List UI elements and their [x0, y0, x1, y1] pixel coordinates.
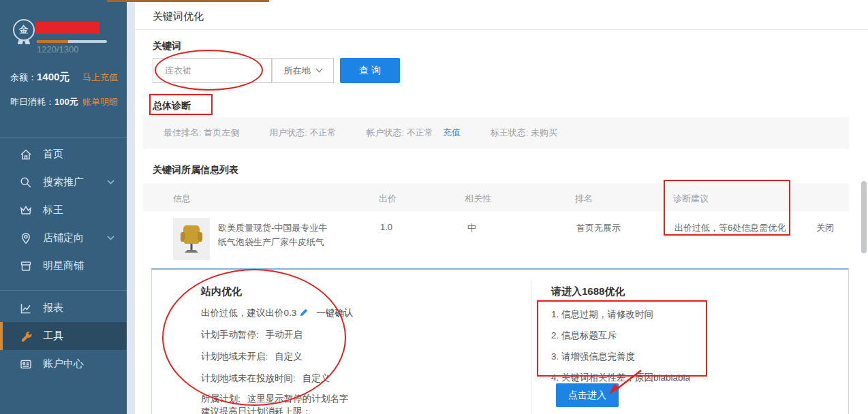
- onsite-line-region: 计划地域未开启:自定义: [201, 351, 303, 363]
- sidebar-item-star-shop[interactable]: 明星商铺: [0, 252, 127, 280]
- query-button[interactable]: 查 询: [340, 58, 400, 83]
- product-title[interactable]: 欧美质量现货-中国最专业牛纸气泡袋生产厂家牛皮纸气: [218, 221, 347, 249]
- sidebar-item-label: 账户中心: [43, 357, 84, 370]
- orange-annotation-line: [107, 0, 269, 2]
- sidebar-divider: [0, 137, 127, 138]
- col-bid: 出价: [379, 193, 397, 205]
- title-divider: [135, 29, 868, 30]
- onsite-bid-line: 出价过低，建议出价0.3一键确认: [201, 307, 353, 319]
- page-title: 关键词优化: [153, 10, 204, 23]
- sidebar-item-tools[interactable]: 工具: [0, 322, 127, 350]
- onsite-line-pause: 计划手动暂停:手动开启: [201, 329, 303, 341]
- chair-image: [178, 223, 205, 255]
- chevron-down-icon: [315, 68, 323, 73]
- optimization-panel: [151, 268, 849, 414]
- rank-value: 首页无展示: [576, 222, 621, 234]
- balance-text: 余额：1400元: [10, 71, 69, 84]
- chevron-down-icon: [107, 236, 114, 240]
- yesterday-spend-text: 昨日消耗：100元: [10, 96, 78, 108]
- account-name-redacted: [35, 22, 99, 34]
- overall-diagnosis-title: 总体诊断: [153, 100, 191, 112]
- sidebar-item-search-promo[interactable]: 搜索推广: [0, 168, 127, 196]
- sidebar-item-reports[interactable]: 报表: [0, 294, 127, 322]
- sidebar-item-label: 首页: [43, 148, 63, 161]
- wrench-icon: [19, 330, 33, 343]
- score-progress-fill: [37, 40, 68, 43]
- recharge-inline-link[interactable]: 充值: [443, 127, 461, 138]
- enter-1688-button[interactable]: 点击进入: [556, 383, 619, 407]
- sidebar-item-account-center[interactable]: 账户中心: [0, 350, 127, 378]
- balance-row: 余额：1400元 马上充值: [10, 71, 118, 84]
- chevron-down-icon: [107, 180, 114, 185]
- diagnosis-status-bar: 最佳排名: 首页左侧 用户状态: 不正常 帐户状态: 不正常充值 标王状态: 未…: [143, 117, 849, 148]
- product-image[interactable]: [173, 218, 210, 260]
- search-icon: [19, 176, 33, 189]
- location-pin-icon: [19, 232, 33, 245]
- location-dropdown[interactable]: 所在地: [273, 58, 334, 83]
- location-dropdown-label: 所在地: [284, 65, 311, 77]
- onsite-line-plan: 所属计划:这里显示暂停的计划名字: [201, 393, 348, 405]
- sidebar-item-label: 标王: [43, 204, 63, 217]
- col-relevance: 相关性: [465, 193, 491, 205]
- onsite-line-budget: 建议提高日计划消耗上限：: [201, 406, 311, 414]
- sidebar: 金 1220/1300 余额：1400元 马上充值 昨日消耗：100元 账单明细…: [0, 0, 127, 414]
- vertical-scrollbar[interactable]: [861, 181, 867, 253]
- sidebar-item-label: 工具: [43, 330, 63, 343]
- sidebar-item-label: 店铺定向: [43, 232, 84, 244]
- sidebar-item-label: 搜索推广: [43, 176, 84, 189]
- crown-icon: [19, 204, 33, 217]
- keyword-label: 关键词: [153, 40, 181, 52]
- col-info: 信息: [173, 193, 191, 205]
- suggestion-value: 出价过低，等6处信息需优化: [675, 222, 786, 234]
- best-rank-status: 最佳排名: 首页左侧: [164, 127, 239, 139]
- keyword-input[interactable]: [153, 58, 272, 83]
- external-item-3: 3. 请增强信息完善度: [551, 351, 635, 363]
- info-list-title: 关键词所属信息列表: [153, 164, 238, 176]
- external-item-1: 1. 信息过期，请修改时间: [551, 308, 653, 321]
- onsite-optimization-title: 站内优化: [201, 285, 242, 298]
- user-status: 用户状态: 不正常: [269, 127, 336, 139]
- bill-detail-link[interactable]: 账单明细: [82, 96, 118, 108]
- close-link[interactable]: 关闭: [816, 222, 834, 234]
- col-rank: 排名: [575, 193, 593, 205]
- sidebar-item-home[interactable]: 首页: [0, 140, 127, 168]
- shop-box-icon: [19, 259, 33, 273]
- chart-icon: [19, 302, 33, 315]
- account-status: 帐户状态: 不正常充值: [367, 127, 461, 139]
- bid-value: 1.0: [380, 222, 392, 232]
- external-item-4: 4. 关键词相关性差，原因blablabla: [551, 372, 690, 384]
- score-progress-label: 1220/1300: [37, 44, 78, 54]
- col-suggestion: 诊断建议: [673, 193, 709, 205]
- edit-pencil-icon[interactable]: [299, 308, 309, 317]
- content-gutter: [127, 0, 135, 414]
- badge-ribbon-icon: [18, 39, 30, 44]
- home-icon: [19, 148, 33, 161]
- panel-divider: [531, 281, 531, 414]
- external-item-2: 2. 信息标题互斥: [551, 330, 617, 342]
- sidebar-item-label: 报表: [43, 302, 63, 315]
- onsite-line-schedule: 计划地域未在投放时间:自定义: [201, 372, 330, 385]
- info-table-row: 欧美质量现货-中国最专业牛纸气泡袋生产厂家牛皮纸气 1.0 中 首页无展示 出价…: [143, 211, 849, 268]
- sidebar-item-label: 明星商铺: [43, 259, 84, 272]
- member-badge-icon: 金: [13, 19, 35, 41]
- relevance-value: 中: [467, 222, 476, 234]
- one-click-confirm-link[interactable]: 一键确认: [316, 308, 353, 318]
- id-card-icon: [19, 357, 33, 371]
- sidebar-item-shop-targeting[interactable]: 店铺定向: [0, 224, 127, 252]
- biaowang-status: 标王状态: 未购买: [491, 127, 557, 139]
- sidebar-divider: [0, 290, 127, 291]
- info-table-header: 信息 出价 相关性 排名 诊断建议: [143, 183, 849, 212]
- external-optimization-title: 请进入1688优化: [551, 285, 625, 298]
- sidebar-item-biaowang[interactable]: 标王: [0, 196, 127, 224]
- score-progress-bar: [37, 40, 107, 43]
- yesterday-spend-row: 昨日消耗：100元 账单明细: [10, 96, 118, 108]
- recharge-link[interactable]: 马上充值: [82, 71, 118, 84]
